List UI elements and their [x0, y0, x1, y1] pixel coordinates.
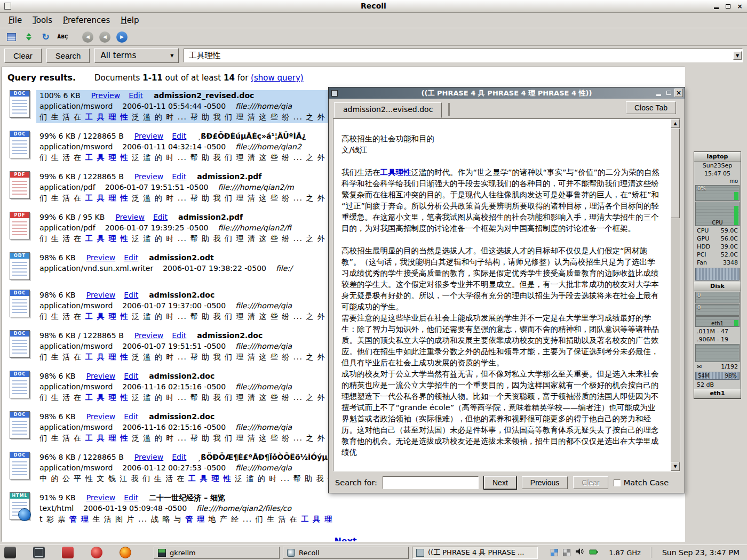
edit-link[interactable]: Edit	[153, 213, 168, 221]
preview-link[interactable]: Preview	[86, 291, 116, 299]
scroll-thumb[interactable]	[671, 129, 680, 218]
preview-window-icon	[331, 90, 338, 97]
task-button-gkrellm[interactable]: gkrellm	[154, 547, 280, 559]
find-input[interactable]	[383, 476, 479, 489]
preview-titlebar[interactable]: ((工 PHRASE 4 具 PHRASE 4 理 PHRASE 4 性)) ×	[329, 87, 685, 99]
close-tab-button[interactable]: Close Tab	[626, 101, 676, 114]
task-button-recoll[interactable]: Recoll	[283, 547, 409, 559]
taskbar: gkrellm Recoll ((工 PHRASE 4 具 PHRASE ...…	[0, 545, 747, 560]
edit-link[interactable]: Edit	[124, 291, 138, 299]
minimize-icon[interactable]	[654, 89, 663, 97]
launcher-editor-icon[interactable]	[62, 547, 74, 558]
result-date: 2006-01-19 05:09:48 -0500	[83, 504, 187, 513]
menu-help[interactable]: Help	[115, 14, 144, 27]
preview-link[interactable]: Preview	[86, 253, 116, 262]
menu-file[interactable]: File	[3, 14, 27, 27]
edit-link[interactable]: Edit	[172, 453, 186, 461]
net-chart-label: eth1	[696, 321, 739, 326]
clear-button[interactable]: Clear	[4, 49, 42, 63]
scroll-up-icon[interactable]: ▲	[671, 119, 680, 128]
cpu-chart-label: CPU	[696, 220, 739, 226]
find-label: Search for:	[335, 478, 377, 487]
edit-link[interactable]: Edit	[172, 132, 186, 140]
menu-preferences[interactable]: Preferences	[58, 14, 115, 27]
launcher-terminal-icon[interactable]	[33, 547, 45, 558]
result-title: admission2.doc	[197, 331, 263, 340]
edit-link[interactable]: Edit	[172, 172, 186, 181]
result-title: admission2.doc	[149, 372, 214, 380]
prev-page-icon: ◀	[99, 31, 110, 43]
task-button-preview[interactable]: ((工 PHRASE 4 具 PHRASE ...	[412, 547, 538, 559]
preview-link[interactable]: Preview	[134, 453, 164, 461]
match-case-checkbox[interactable]	[614, 479, 621, 486]
edit-link[interactable]: Edit	[124, 412, 138, 421]
edit-link[interactable]: Edit	[124, 253, 138, 262]
doc-paragraph: 成功的校友对于公立大学当然有益无害，但不像对私立大学那么至关重要。但是选入未来社…	[341, 369, 662, 458]
search-mode-select[interactable]: All terms ▼	[94, 48, 179, 63]
volume-level: 52 dB	[697, 381, 714, 389]
launcher-firefox-icon[interactable]	[120, 547, 131, 558]
doc-paragraph: 我们生活在工具理性泛滥的时代。作为“世之显学”的诸种以“事实”与“价值”的二分为…	[341, 167, 662, 234]
search-button[interactable]: Search	[46, 49, 90, 63]
result-mime: application/pdf	[39, 223, 96, 232]
launcher-media-icon[interactable]	[91, 547, 102, 558]
update-index-button[interactable]: ↻	[38, 30, 53, 44]
preview-link[interactable]: Preview	[91, 91, 121, 100]
find-next-button[interactable]: Next	[484, 476, 516, 489]
cpu-krell-meter	[695, 268, 740, 281]
close-icon[interactable]: ×	[674, 89, 683, 97]
disk-section-label: Disk	[694, 282, 741, 291]
preview-link[interactable]: Preview	[86, 372, 116, 380]
mail-count: 1/192	[721, 363, 738, 371]
mail-row: ✉1/192	[694, 363, 741, 371]
next-page-button[interactable]: ▶	[115, 30, 129, 44]
gkrellm-monitor: laptop Sun23Sep 15:47 05 mo 0% CPU CPU59…	[694, 151, 741, 399]
disk-read-chart: 0	[695, 292, 740, 303]
find-previous-button[interactable]: Previous	[522, 476, 568, 489]
gkrellm-task-icon	[158, 549, 166, 557]
query-history-dropdown-icon[interactable]: ▼	[733, 51, 742, 60]
preview-scrollbar[interactable]: ▲ ▼	[671, 119, 680, 471]
preview-link[interactable]: Preview	[115, 213, 145, 221]
first-page-button[interactable]: ◀	[81, 30, 95, 44]
menu-tools[interactable]: Tools	[27, 14, 58, 27]
launcher-desktop-icon[interactable]	[4, 547, 16, 558]
edit-link[interactable]: Edit	[124, 493, 138, 502]
preview-link[interactable]: Preview	[134, 172, 164, 181]
volume-row: 52 dB	[694, 381, 741, 389]
tray-workspace-icon[interactable]	[563, 549, 570, 556]
result-row[interactable]: HTML 91% 9 KBPreviewEdit二十一世纪经济 – 细览 tex…	[6, 492, 685, 525]
tray-pager-icon[interactable]	[551, 549, 558, 556]
term-explorer-button[interactable]: ÂBÇ	[55, 30, 70, 44]
maximize-icon[interactable]	[664, 89, 673, 97]
preview-tab[interactable]: admission2...evised.doc	[334, 102, 442, 118]
taskbar-clock[interactable]: Sun Sep 23, 3:47 PM	[662, 548, 743, 557]
close-icon[interactable]: ×	[736, 2, 744, 10]
sort-parameters-button[interactable]	[21, 30, 36, 44]
results-total: 14	[224, 73, 235, 83]
show-query-link[interactable]: (show query)	[251, 73, 304, 83]
window-title: Recoll	[0, 2, 747, 10]
battery-icon[interactable]	[589, 548, 599, 558]
result-date: 2006-01-11 04:32:14 -0500	[122, 142, 226, 151]
minimize-icon[interactable]	[712, 2, 720, 10]
preview-link[interactable]: Preview	[86, 493, 116, 502]
next-page-link[interactable]: Next	[334, 536, 356, 542]
edit-link[interactable]: Edit	[172, 331, 186, 340]
preview-link[interactable]: Preview	[86, 412, 116, 421]
scroll-down-icon[interactable]: ▼	[671, 462, 680, 471]
preview-link[interactable]: Preview	[134, 331, 164, 340]
result-meta: 99% 6 KB / 1228865 B	[39, 132, 124, 140]
maximize-icon[interactable]	[724, 2, 732, 10]
result-url: file:///home/qia	[235, 423, 292, 431]
edit-link[interactable]: Edit	[129, 91, 143, 100]
main-titlebar[interactable]: Recoll ×	[0, 0, 747, 13]
search-input[interactable]	[184, 50, 733, 61]
prev-page-button[interactable]: ◀	[98, 30, 112, 44]
preview-link[interactable]: Preview	[134, 132, 164, 140]
chevron-down-icon: ▼	[168, 51, 176, 60]
edit-link[interactable]: Edit	[124, 372, 138, 380]
volume-icon[interactable]	[575, 547, 584, 558]
find-clear-button[interactable]: Clear	[573, 476, 608, 489]
document-history-button[interactable]	[4, 30, 19, 44]
